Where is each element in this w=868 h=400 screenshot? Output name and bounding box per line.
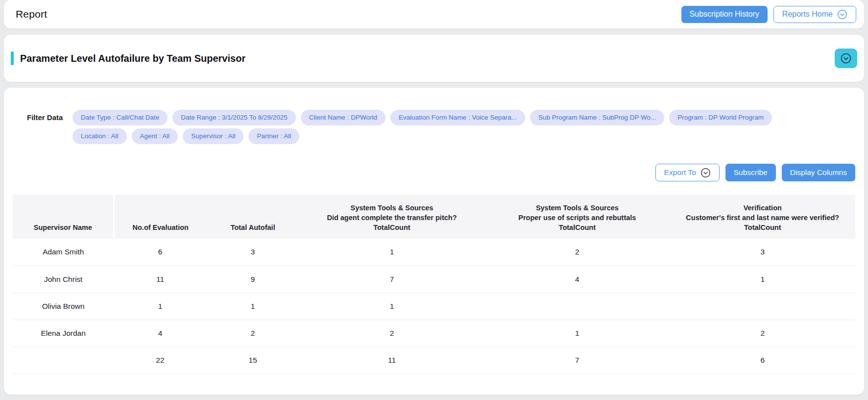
subscription-history-label: Subscription History — [690, 10, 759, 19]
filter-chip[interactable]: Sub Program Name : SubProg DP Wo... — [530, 110, 664, 125]
table-row: John Christ119741 — [13, 266, 855, 293]
table-cell: 3 — [670, 239, 855, 266]
table-cell: Adam Smith — [13, 239, 114, 266]
reports-home-button[interactable]: Reports Home — [773, 6, 856, 23]
export-to-label: Export To — [664, 168, 696, 177]
subscribe-button[interactable]: Subscribe — [725, 164, 776, 181]
topbar-actions: Subscription History Reports Home — [681, 6, 856, 23]
filter-chip[interactable]: Evaluation Form Name : Voice Separa... — [390, 110, 525, 125]
filter-section: Filter Data Date Type : Call/Chat DateDa… — [13, 88, 855, 144]
table-cell — [13, 347, 114, 374]
filter-chip[interactable]: Program : DP World Program — [669, 110, 772, 125]
filter-chip[interactable]: Partner : All — [248, 128, 299, 144]
column-header: No.of Evaluation — [114, 195, 206, 239]
table-cell: 1 — [299, 293, 484, 320]
table-cell: John Christ — [13, 266, 114, 293]
table-cell: Elena Jordan — [13, 320, 114, 347]
table-row: Olivia Brown111 — [13, 293, 855, 320]
filter-chips: Date Type : Call/Chat DateDate Range : 3… — [72, 110, 772, 144]
table-row: 22151176 — [13, 347, 855, 374]
table-row: Adam Smith63123 — [13, 239, 855, 266]
table-row: Elena Jordan42212 — [13, 320, 855, 347]
column-header: Total Autofail — [207, 195, 299, 239]
table-cell: 1 — [207, 293, 299, 320]
table-cell: 2 — [484, 239, 670, 266]
table-cell: 7 — [484, 347, 670, 374]
column-header: VerificationCustomer's first and last na… — [670, 195, 855, 239]
column-header: Supervisor Name — [13, 195, 114, 239]
table-cell: 11 — [299, 347, 484, 374]
table-cell: 6 — [670, 347, 855, 374]
chevron-down-circle-icon — [840, 52, 852, 64]
reports-home-label: Reports Home — [782, 10, 833, 19]
page-title: Report — [16, 8, 47, 20]
table-cell: 1 — [670, 266, 855, 293]
chevron-down-circle-icon — [837, 9, 847, 20]
table-cell: 4 — [484, 266, 670, 293]
filter-chip[interactable]: Date Type : Call/Chat Date — [72, 110, 168, 125]
subscribe-label: Subscribe — [734, 168, 768, 177]
filter-chips-row-2: Location : AllAgent : AllSupervisor : Al… — [72, 128, 772, 144]
collapse-section-button[interactable] — [835, 49, 857, 68]
report-section-header: Parameter Level Autofailure by Team Supe… — [4, 35, 864, 82]
table-cell: 1 — [484, 320, 670, 347]
column-header: System Tools & SourcesProper use of scri… — [484, 195, 670, 239]
table-cell: 2 — [207, 320, 299, 347]
table-cell: Olivia Brown — [13, 293, 114, 320]
table-cell: 1 — [299, 239, 484, 266]
accent-bar — [11, 51, 14, 65]
table-cell — [670, 293, 855, 320]
table-cell: 3 — [207, 239, 299, 266]
filter-chip[interactable]: Client Name : DPWorld — [301, 110, 386, 125]
filter-chips-row-1: Date Type : Call/Chat DateDate Range : 3… — [72, 110, 772, 125]
autofailure-table: Supervisor NameNo.of EvaluationTotal Aut… — [13, 195, 855, 374]
table-cell: 6 — [114, 239, 206, 266]
table-cell — [484, 293, 670, 320]
display-columns-button[interactable]: Display Columns — [782, 164, 855, 181]
report-content-card: Filter Data Date Type : Call/Chat DateDa… — [4, 88, 864, 395]
filter-chip[interactable]: Date Range : 3/1/2025 To 8/29/2025 — [172, 110, 295, 125]
table-cell: 2 — [299, 320, 484, 347]
table-cell: 4 — [114, 320, 206, 347]
filter-chip[interactable]: Agent : All — [132, 128, 178, 144]
table-cell: 9 — [207, 266, 299, 293]
filter-chip[interactable]: Location : All — [72, 128, 127, 144]
export-to-button[interactable]: Export To — [655, 164, 720, 181]
subscription-history-button[interactable]: Subscription History — [681, 6, 768, 23]
table-cell: 1 — [114, 293, 206, 320]
table-cell: 22 — [114, 347, 206, 374]
filter-data-label: Filter Data — [27, 110, 72, 125]
table-toolbar: Export To Subscribe Display Columns — [13, 164, 855, 181]
table-cell: 11 — [114, 266, 206, 293]
table-cell: 7 — [299, 266, 484, 293]
table-cell: 15 — [207, 347, 299, 374]
table-header: Supervisor NameNo.of EvaluationTotal Aut… — [13, 195, 855, 239]
top-bar: Report Subscription History Reports Home — [4, 0, 864, 28]
report-section-title: Parameter Level Autofailure by Team Supe… — [20, 53, 835, 64]
filter-chip[interactable]: Supervisor : All — [183, 128, 243, 144]
table-cell: 2 — [670, 320, 855, 347]
display-columns-label: Display Columns — [790, 168, 847, 177]
column-header: System Tools & SourcesDid agent complete… — [299, 195, 484, 239]
chevron-down-circle-icon — [700, 168, 711, 178]
